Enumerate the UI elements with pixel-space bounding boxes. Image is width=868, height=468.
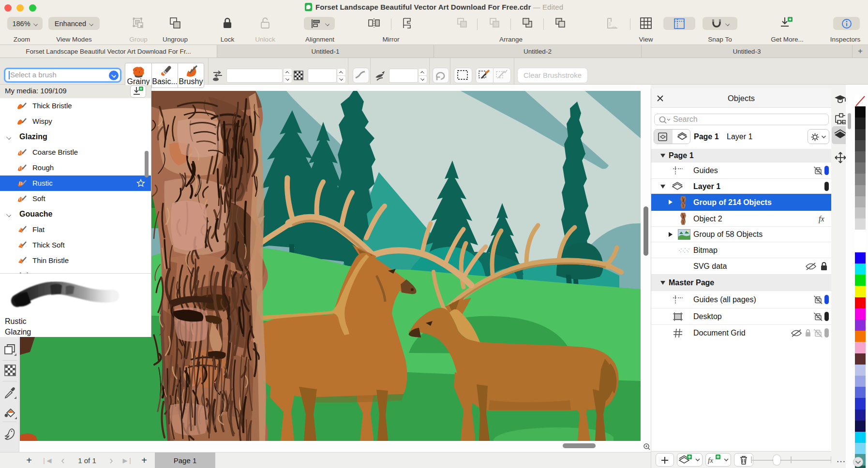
svg-text:fx: fx <box>708 456 713 464</box>
